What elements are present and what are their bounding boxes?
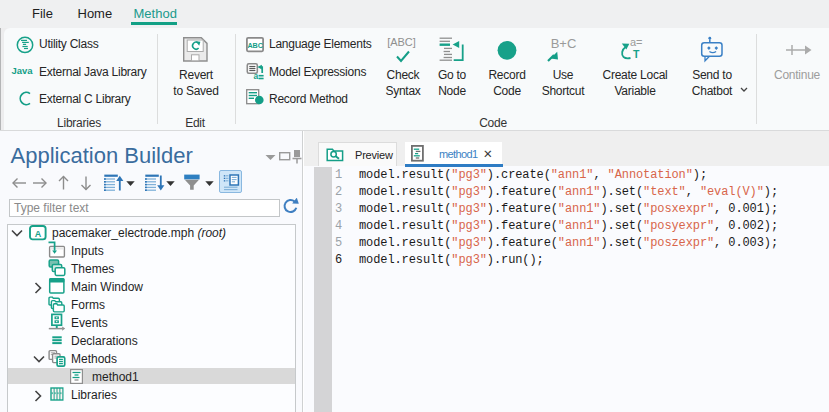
svg-text:T: T xyxy=(633,48,640,60)
svg-text:A: A xyxy=(35,228,42,238)
svg-text:a: a xyxy=(254,71,259,81)
svg-text:ABC: ABC xyxy=(247,41,263,50)
